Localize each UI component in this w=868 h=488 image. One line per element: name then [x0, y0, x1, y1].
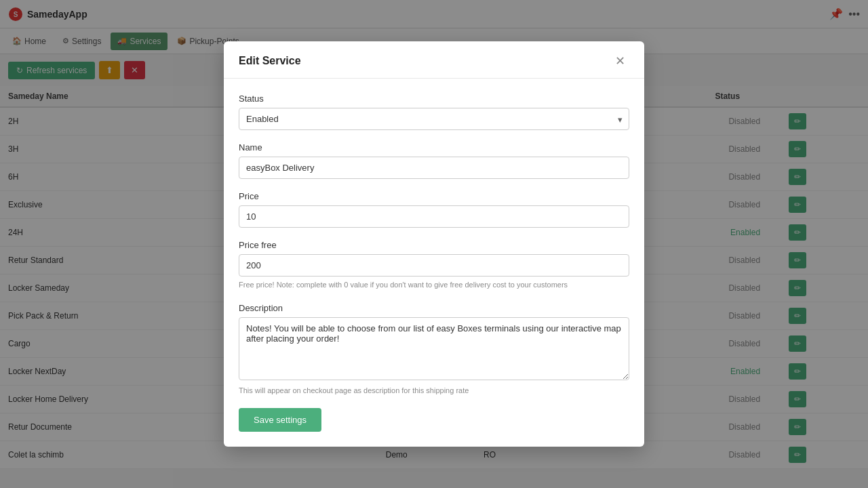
price-free-hint: Free price! Note: complete with 0 value …	[239, 280, 629, 290]
edit-service-modal: Edit Service ✕ Status Enabled Disabled N…	[224, 41, 644, 447]
name-label: Name	[239, 142, 629, 152]
price-input[interactable]	[239, 205, 629, 228]
modal-close-button[interactable]: ✕	[611, 54, 629, 68]
modal-title: Edit Service	[239, 55, 301, 67]
price-label: Price	[239, 191, 629, 201]
description-hint: This will appear on checkout page as des…	[239, 386, 629, 396]
description-group: Description This will appear on checkout…	[239, 303, 629, 396]
price-group: Price	[239, 191, 629, 228]
name-group: Name	[239, 142, 629, 179]
status-label: Status	[239, 94, 629, 104]
modal-body: Status Enabled Disabled Name Price	[224, 79, 644, 447]
modal-overlay: Edit Service ✕ Status Enabled Disabled N…	[0, 0, 868, 469]
save-label: Save settings	[254, 415, 307, 425]
modal-header: Edit Service ✕	[224, 41, 644, 79]
status-group: Status Enabled Disabled	[239, 94, 629, 130]
description-label: Description	[239, 303, 629, 313]
status-select-wrapper: Enabled Disabled	[239, 108, 629, 130]
price-free-group: Price free Free price! Note: complete wi…	[239, 240, 629, 290]
name-input[interactable]	[239, 157, 629, 179]
status-select[interactable]: Enabled Disabled	[239, 108, 629, 130]
price-free-label: Price free	[239, 240, 629, 250]
price-free-input[interactable]	[239, 254, 629, 277]
save-settings-button[interactable]: Save settings	[239, 408, 321, 432]
description-textarea[interactable]	[239, 317, 629, 380]
